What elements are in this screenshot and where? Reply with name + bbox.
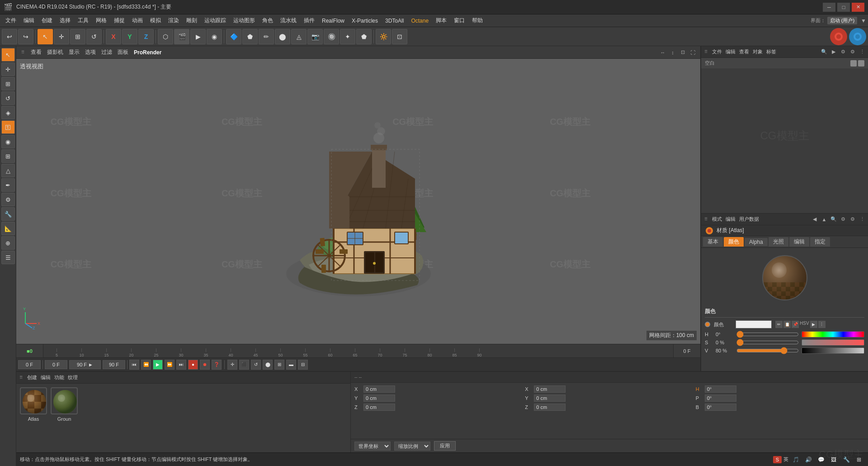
obj-tb-file[interactable]: 文件	[712, 48, 722, 55]
world-coord-select[interactable]: 世界坐标	[354, 442, 391, 451]
status-mic-icon[interactable]: 🎵	[790, 454, 801, 465]
obj-search-icon[interactable]: 🔍	[820, 48, 828, 56]
viewport-handle[interactable]: ⠿	[20, 50, 25, 55]
sidebar-tool-8[interactable]: ⊞	[1, 149, 15, 163]
transport-key-3[interactable]: ↺	[251, 360, 261, 370]
color-arrow-icon[interactable]: ▶	[810, 321, 817, 328]
attr-more-icon[interactable]: ⋮	[858, 215, 866, 223]
transport-record[interactable]: ●	[188, 360, 198, 370]
vp-menu-options[interactable]: 选项	[85, 48, 96, 56]
coord-z-pos-input[interactable]	[363, 404, 395, 411]
attr-settings-icon[interactable]: ⚙	[849, 215, 857, 223]
obj-handle[interactable]: ⠿	[703, 49, 708, 55]
x-axis-button[interactable]: X	[106, 29, 121, 44]
sidebar-move-tool[interactable]: ✛	[1, 62, 15, 76]
vp-menu-camera[interactable]: 摄影机	[47, 48, 63, 56]
color-edit-icon[interactable]: ✏	[775, 321, 783, 328]
s-slider[interactable]	[736, 340, 799, 345]
attr-tab-basic[interactable]: 基本	[703, 237, 723, 247]
menu-pipeline[interactable]: 流水线	[277, 16, 300, 25]
sidebar-tool-14[interactable]: ⊕	[1, 236, 15, 250]
render-preview-button[interactable]	[830, 28, 847, 45]
sidebar-tool-5[interactable]: ◈	[1, 106, 15, 119]
sidebar-scale-tool[interactable]: ⊞	[1, 77, 15, 90]
record-button[interactable]: 🎬	[174, 29, 189, 44]
attr-tb-mode[interactable]: 模式	[712, 216, 722, 223]
obj-row-empty[interactable]: 空白	[701, 58, 868, 68]
attr-search-icon[interactable]: 🔍	[830, 215, 838, 223]
color-copy-icon[interactable]: 📋	[783, 321, 791, 328]
menu-octane[interactable]: Octane	[407, 17, 432, 25]
status-app-icon[interactable]: ⊞	[854, 454, 864, 465]
scene-button[interactable]: ⬟	[356, 29, 372, 44]
mat-handle[interactable]: ⠿	[18, 375, 24, 380]
menu-tools[interactable]: 工具	[74, 16, 92, 25]
scale-tool-button[interactable]: ⊞	[70, 29, 85, 44]
vp-menu-prorender[interactable]: ProRender	[134, 49, 161, 56]
menu-window[interactable]: 窗口	[450, 16, 468, 25]
sidebar-tool-7[interactable]: ◉	[1, 135, 15, 148]
interface-value[interactable]: 启动 (用户)	[827, 17, 857, 24]
sidebar-tool-9[interactable]: △	[1, 164, 15, 177]
light-button[interactable]: 🔘	[324, 29, 339, 44]
scale-select[interactable]: 缩放比例	[394, 442, 430, 451]
nurbs-button[interactable]: ✏	[259, 29, 274, 44]
coord-b-input[interactable]	[705, 404, 736, 411]
coord-y-rot-input[interactable]	[534, 395, 566, 402]
menu-xparticles[interactable]: X-Particles	[348, 17, 382, 25]
geometry-button[interactable]: 🔷	[226, 29, 241, 44]
mat-sphere-atlas[interactable]	[20, 387, 47, 414]
obj-render-icon[interactable]	[858, 60, 864, 67]
obj-content[interactable]: 空白 CG模型主	[701, 58, 868, 213]
coord-x-pos-input[interactable]	[363, 385, 395, 393]
vp-menu-filter[interactable]: 过滤	[101, 48, 112, 56]
render-button[interactable]	[849, 28, 866, 45]
playback-button[interactable]: ▶	[190, 29, 206, 44]
select-tool-button[interactable]: ↖	[38, 29, 53, 44]
menu-mesh[interactable]: 网格	[92, 16, 110, 25]
menu-animate[interactable]: 动画	[128, 16, 146, 25]
close-button[interactable]: ✕	[852, 3, 864, 12]
transport-key-7[interactable]: ⊟	[298, 360, 308, 370]
redo-button[interactable]: ↪	[18, 29, 33, 44]
coord-x-rot-input[interactable]	[534, 385, 566, 393]
current-frame-input[interactable]	[18, 360, 41, 369]
render-region-button[interactable]: ⊡	[392, 29, 407, 44]
attr-gear-icon[interactable]: ⚙	[839, 215, 847, 223]
transport-prev-frame[interactable]: ⏪	[141, 360, 151, 370]
interface-dropdown[interactable]: ▼	[861, 18, 866, 24]
coord-y-pos-input[interactable]	[363, 395, 395, 402]
vp-icon-2[interactable]: ↕	[669, 48, 677, 57]
viewport-shading-button[interactable]: 🔆	[376, 29, 391, 44]
sidebar-rotate-tool[interactable]: ↺	[1, 91, 15, 105]
object-mode-button[interactable]: ⬡	[158, 29, 173, 44]
menu-select[interactable]: 选择	[56, 16, 74, 25]
attr-nav-back[interactable]: ◀	[811, 215, 819, 223]
obj-tb-edit[interactable]: 编辑	[726, 48, 736, 55]
transport-next-frame[interactable]: ⏩	[165, 360, 175, 370]
menu-plugin[interactable]: 插件	[300, 16, 318, 25]
obj-tb-object[interactable]: 对象	[753, 48, 763, 55]
menu-snap[interactable]: 捕捉	[110, 16, 128, 25]
obj-settings-icon[interactable]: ⚙	[849, 48, 857, 56]
menu-sculpt[interactable]: 雕刻	[183, 16, 201, 25]
particle-button[interactable]: ✦	[340, 29, 355, 44]
menu-script[interactable]: 脚本	[432, 16, 450, 25]
y-axis-button[interactable]: Y	[122, 29, 137, 44]
transport-auto-key[interactable]: ⏺	[200, 360, 210, 370]
status-speaker-icon[interactable]: 🔊	[803, 454, 814, 465]
move-tool-button[interactable]: ✛	[54, 29, 69, 44]
color-more-icon[interactable]: ⋮	[818, 321, 826, 328]
sidebar-tool-10[interactable]: ✒	[1, 178, 15, 192]
menu-help[interactable]: 帮助	[468, 16, 486, 25]
status-tool-icon[interactable]: 🔧	[841, 454, 852, 465]
transport-key-4[interactable]: ⬤	[263, 360, 273, 370]
obj-tb-view[interactable]: 查看	[739, 48, 749, 55]
obj-gear-icon[interactable]: ⚙	[839, 48, 847, 56]
mat-tb-edit[interactable]: 编辑	[41, 374, 51, 381]
attr-handle[interactable]: ⠿	[703, 217, 708, 222]
attr-tab-edit[interactable]: 编辑	[789, 237, 809, 247]
color-paste-icon[interactable]: 📌	[792, 321, 799, 328]
sidebar-select-tool[interactable]: ↖	[1, 48, 15, 62]
coord-h-input[interactable]	[705, 385, 736, 393]
